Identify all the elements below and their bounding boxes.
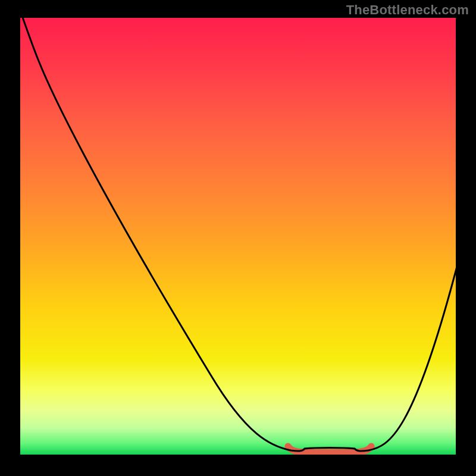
bottleneck-curve <box>20 18 456 451</box>
watermark-text: TheBottleneck.com <box>346 2 469 18</box>
curve-layer <box>20 18 456 455</box>
chart-container: TheBottleneck.com <box>0 0 476 476</box>
plot-area <box>20 18 456 455</box>
